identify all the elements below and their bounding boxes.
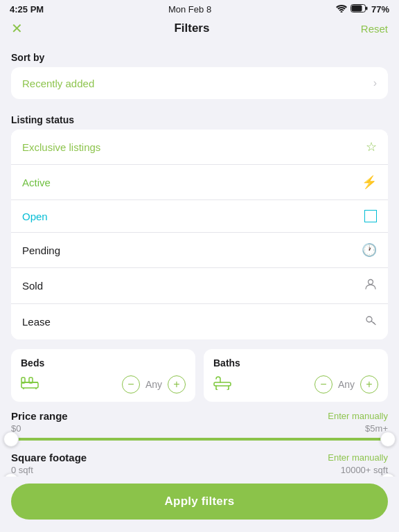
active-label: Active	[22, 177, 51, 188]
price-slider-track[interactable]	[11, 438, 388, 441]
svg-point-4	[369, 280, 373, 285]
status-icons: 77%	[336, 4, 389, 15]
price-slider-fill	[11, 438, 388, 441]
beds-card: Beds − Any +	[11, 349, 195, 402]
listing-status-lease[interactable]: Lease	[11, 304, 388, 339]
baths-stepper: − Any +	[314, 375, 378, 393]
bath-icon	[213, 376, 231, 393]
price-slider-thumb-right[interactable]	[380, 432, 396, 447]
beds-plus-button[interactable]: +	[168, 375, 186, 393]
reset-button[interactable]: Reset	[361, 23, 388, 35]
open-icon	[364, 210, 377, 222]
listing-status-active[interactable]: Active ⚡	[11, 165, 388, 200]
listing-status-pending[interactable]: Pending 🕐	[11, 233, 388, 268]
svg-rect-12	[214, 382, 231, 386]
price-range-min-max: $0 $5m+	[11, 423, 388, 434]
listing-status-exclusive[interactable]: Exclusive listings ☆	[11, 130, 388, 165]
baths-value: Any	[338, 379, 355, 390]
battery-percent: 77%	[371, 4, 389, 15]
sqft-max: 10000+ sqft	[341, 465, 388, 475]
bed-icon	[21, 377, 39, 393]
square-footage-title: Square footage	[11, 452, 87, 463]
baths-minus-button[interactable]: −	[314, 375, 332, 393]
status-bar: 4:25 PM Mon Feb 8 77%	[0, 0, 399, 17]
header: ✕ Filters Reset	[0, 17, 399, 42]
listing-status-label: Listing status	[0, 105, 399, 130]
battery-icon	[351, 4, 368, 15]
sqft-range-min-max: 0 sqft 10000+ sqft	[11, 465, 388, 475]
wifi-icon	[336, 4, 347, 15]
sort-by-row[interactable]: Recently added ›	[11, 67, 388, 99]
status-date: Mon Feb 8	[168, 4, 211, 15]
page-title: Filters	[174, 21, 209, 35]
listing-status-sold[interactable]: Sold	[11, 268, 388, 304]
star-icon: ☆	[366, 139, 377, 154]
sort-by-value: Recently added	[22, 78, 94, 89]
price-range-title: Price range	[11, 410, 68, 422]
sold-label: Sold	[22, 280, 43, 292]
pending-label: Pending	[22, 245, 60, 256]
sqft-enter-manually-button[interactable]: Enter manually	[328, 452, 388, 463]
baths-plus-button[interactable]: +	[360, 375, 378, 393]
apply-filters-button[interactable]: Apply filters	[11, 484, 388, 520]
listing-status-card: Exclusive listings ☆ Active ⚡ Open Pendi…	[11, 130, 388, 339]
beds-minus-button[interactable]: −	[122, 375, 140, 393]
svg-rect-2	[366, 7, 368, 10]
status-time: 4:25 PM	[10, 4, 44, 15]
price-enter-manually-button[interactable]: Enter manually	[328, 411, 388, 421]
beds-stepper: − Any +	[122, 375, 186, 393]
beds-value: Any	[145, 379, 162, 390]
baths-card: Baths − Any +	[204, 349, 388, 402]
beds-title: Beds	[21, 357, 186, 369]
lightning-icon: ⚡	[362, 175, 377, 190]
svg-point-0	[340, 11, 342, 12]
lease-label: Lease	[22, 316, 51, 328]
svg-rect-3	[351, 6, 362, 12]
close-button[interactable]: ✕	[11, 21, 23, 35]
chevron-right-icon: ›	[373, 77, 377, 89]
baths-title: Baths	[213, 357, 378, 369]
person-icon	[364, 278, 377, 294]
apply-filters-container: Apply filters	[0, 477, 399, 532]
clock-icon: 🕐	[362, 242, 377, 258]
key-icon	[364, 314, 377, 330]
open-label: Open	[22, 211, 48, 222]
beds-baths-container: Beds − Any + Baths	[0, 345, 399, 402]
price-slider-thumb-left[interactable]	[3, 432, 19, 447]
listing-status-open[interactable]: Open	[11, 200, 388, 233]
exclusive-listings-label: Exclusive listings	[22, 141, 100, 153]
price-range-section: Price range Enter manually $0 $5m+	[0, 410, 399, 441]
sort-by-label: Sort by	[0, 42, 399, 67]
